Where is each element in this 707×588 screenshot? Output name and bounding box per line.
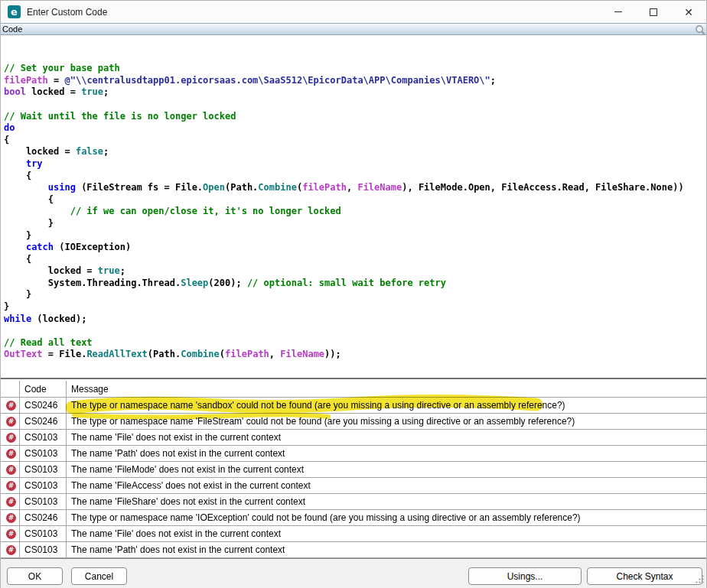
error-row[interactable]: #CS0246The type or namespace name 'FileS… (1, 414, 706, 430)
error-grid-header: Code Message (1, 381, 706, 398)
code-group-bar: Code (1, 23, 706, 35)
code-line: catch (IOException) (4, 242, 706, 254)
error-grid-rows: #CS0246The type or namespace name 'sandb… (1, 398, 706, 558)
minimize-button[interactable] (601, 1, 636, 23)
code-line: try (4, 158, 706, 171)
code-line: locked = true; (4, 265, 706, 278)
error-row[interactable]: #CS0103The name 'Path' does not exist in… (1, 542, 706, 558)
error-row[interactable]: #CS0103The name 'FileMode' does not exis… (1, 462, 706, 478)
error-message-cell: The name 'File' does not exist in the cu… (67, 526, 706, 542)
ok-button[interactable]: OK (7, 567, 63, 585)
code-line: do (4, 122, 706, 135)
code-line (4, 51, 706, 63)
code-line: // if we can open/close it, it's no long… (4, 206, 706, 218)
code-line: { (4, 194, 706, 206)
error-list-grid: Code Message #CS0246The type or namespac… (1, 381, 706, 559)
error-icon: # (6, 497, 16, 507)
error-code-cell: CS0103 (20, 478, 67, 494)
error-message-cell: The name 'Path' does not exist in the cu… (67, 542, 706, 558)
code-line (4, 325, 706, 337)
code-line: } (4, 218, 706, 230)
code-line: // Set your base path (4, 63, 706, 75)
title-bar: e Enter Custom Code ✕ (1, 1, 706, 23)
code-line: { (4, 254, 706, 266)
error-message-cell: The type or namespace name 'FileStream' … (67, 414, 706, 430)
error-icon: # (6, 513, 16, 523)
error-icon: # (6, 529, 16, 539)
code-line: System.Threading.Thread.Sleep(200); // o… (4, 278, 706, 290)
error-row[interactable]: #CS0103The name 'Path' does not exist in… (1, 446, 706, 462)
enter-custom-code-window: e Enter Custom Code ✕ Code // Set your b… (0, 0, 707, 588)
error-row[interactable]: #CS0103The name 'File' does not exist in… (1, 430, 706, 446)
error-icon: # (6, 545, 16, 555)
code-line: } (4, 230, 706, 242)
close-button[interactable]: ✕ (671, 1, 706, 23)
code-line: using (FileStream fs = File.Open(Path.Co… (4, 182, 706, 194)
error-icon: # (6, 481, 16, 491)
window-controls: ✕ (601, 1, 706, 23)
code-line: { (4, 135, 706, 147)
footer-bar: OK Cancel Usings... Check Syntax (1, 559, 706, 588)
error-code-cell: CS0103 (20, 526, 67, 542)
code-line: filePath = @"\\centralusdtapp01.epicorsa… (4, 75, 706, 87)
error-icon-cell: # (1, 446, 20, 462)
code-line: OutText = File.ReadAllText(Path.Combine(… (4, 349, 706, 361)
error-icon: # (6, 417, 16, 427)
error-row[interactable]: #CS0103The name 'FileAccess' does not ex… (1, 478, 706, 494)
epicor-logo-icon: e (8, 5, 21, 18)
error-message-cell: The name 'FileShare' does not exist in t… (67, 494, 706, 510)
code-line: // Wait until the file is no longer lock… (4, 111, 706, 123)
code-column-header[interactable]: Code (20, 381, 67, 398)
error-row[interactable]: #CS0246The type or namespace name 'sandb… (1, 398, 706, 414)
error-code-cell: CS0103 (20, 462, 67, 478)
error-row[interactable]: #CS0103The name 'FileShare' does not exi… (1, 494, 706, 510)
error-icon: # (6, 449, 16, 459)
code-line (4, 99, 706, 111)
usings-button[interactable]: Usings... (468, 567, 582, 585)
code-line: // Read all text (4, 337, 706, 349)
maximize-icon (650, 8, 657, 16)
error-icon: # (6, 433, 16, 443)
error-icon-cell: # (1, 414, 20, 430)
maximize-button[interactable] (636, 1, 671, 23)
window-title: Enter Custom Code (27, 7, 107, 18)
resize-grip[interactable] (695, 573, 705, 587)
error-code-cell: CS0246 (20, 414, 67, 430)
error-row[interactable]: #CS0103The name 'File' does not exist in… (1, 526, 706, 542)
error-message-cell: The name 'File' does not exist in the cu… (67, 430, 706, 446)
error-code-cell: CS0103 (20, 494, 67, 510)
error-code-cell: CS0103 (20, 542, 67, 558)
close-icon: ✕ (684, 7, 693, 18)
minimize-icon (614, 11, 622, 12)
error-code-cell: CS0103 (20, 446, 67, 462)
error-icon-cell: # (1, 510, 20, 526)
code-line: locked = false; (4, 146, 706, 158)
code-group-label: Code (2, 24, 22, 34)
error-message-cell: The type or namespace name 'sandbox' cou… (67, 398, 706, 414)
code-editor[interactable]: // Set your base pathfilePath = @"\\cent… (1, 35, 706, 379)
cancel-button[interactable]: Cancel (71, 567, 127, 585)
code-line: } (4, 289, 706, 301)
error-icon-cell: # (1, 526, 20, 542)
check-syntax-button[interactable]: Check Syntax (587, 567, 702, 585)
error-code-cell: CS0246 (20, 398, 67, 414)
error-message-cell: The type or namespace name 'IOException'… (67, 510, 706, 526)
error-code-cell: CS0103 (20, 430, 67, 446)
code-line: } (4, 301, 706, 313)
error-icon-cell: # (1, 542, 20, 558)
error-message-cell: The name 'FileAccess' does not exist in … (67, 478, 706, 494)
error-icon-cell: # (1, 430, 20, 446)
error-code-cell: CS0246 (20, 510, 67, 526)
code-line (4, 39, 706, 51)
error-icon-cell: # (1, 494, 20, 510)
error-message-cell: The name 'Path' does not exist in the cu… (67, 446, 706, 462)
error-icon-column-header (1, 381, 20, 398)
error-icon: # (6, 401, 16, 411)
error-icon: # (6, 465, 16, 475)
message-column-header[interactable]: Message (67, 381, 706, 398)
error-icon-cell: # (1, 398, 20, 414)
code-line: bool locked = true; (4, 86, 706, 99)
error-row[interactable]: #CS0246The type or namespace name 'IOExc… (1, 510, 706, 526)
code-line: while (locked); (4, 313, 706, 326)
error-icon-cell: # (1, 462, 20, 478)
